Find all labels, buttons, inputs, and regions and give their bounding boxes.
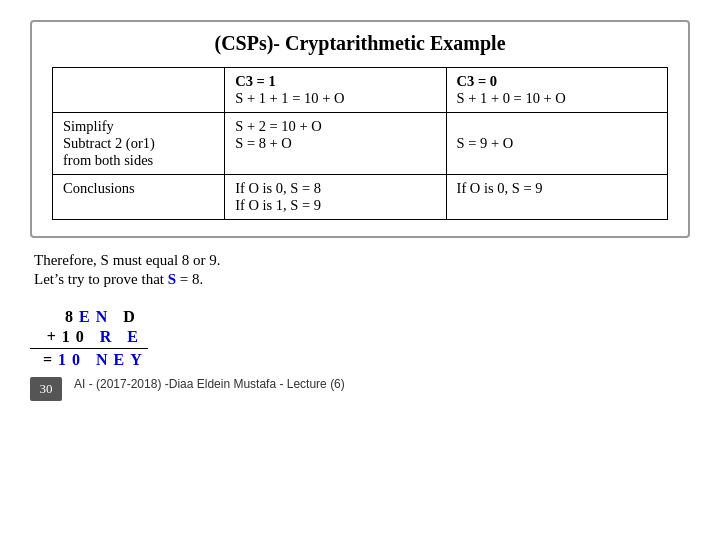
- eq-line3: = 10 NEY: [30, 351, 148, 369]
- eq-1b: 1: [58, 351, 72, 368]
- cell-col1-header: C3 = 1 S + 1 + 1 = 10 + O: [225, 68, 446, 113]
- cell-label-1: Simplify Subtract 2 (or1) from both side…: [53, 113, 225, 175]
- slide-title: (CSPs)- Cryptarithmetic Example: [52, 32, 668, 55]
- col1-header-text: C3 = 1: [235, 73, 275, 89]
- eq-line1: 8EN D: [30, 308, 148, 326]
- below-line2: Let’s try to prove that S = 8.: [34, 271, 221, 288]
- col2-subtract: S = 9 + O: [457, 135, 514, 151]
- col1-row0-text: S + 1 + 1 = 10 + O: [235, 90, 344, 106]
- label-conclusions: Conclusions: [63, 180, 135, 196]
- label-simplify: Simplify: [63, 118, 114, 134]
- eq-N2: N: [96, 351, 114, 368]
- eq-sym-2: +: [34, 328, 56, 346]
- slide-container: (CSPs)- Cryptarithmetic Example C3 = 1 S…: [30, 20, 690, 238]
- eq-sym-3: =: [30, 351, 52, 369]
- label-from: from both sides: [63, 152, 153, 168]
- cell-label-conclusions: Conclusions: [53, 175, 225, 220]
- footer-text: AI - (2017-2018) -Diaa Eldein Mustafa - …: [74, 377, 345, 391]
- below-line1: Therefore, S must equal 8 or 9.: [34, 252, 221, 269]
- s-highlight: S: [168, 271, 176, 287]
- col2-concl: If O is 0, S = 9: [457, 180, 543, 196]
- eq-E1: E: [79, 308, 96, 325]
- eq-D: D: [123, 308, 141, 325]
- equation-block: 8EN D + 10 R E = 10 NEY: [30, 308, 148, 371]
- cell-label-0: [53, 68, 225, 113]
- col1-subtract: S = 8 + O: [235, 135, 292, 151]
- eq-1: 1: [62, 328, 76, 345]
- eq-8: 8: [65, 308, 79, 325]
- eq-E2: E: [127, 328, 144, 345]
- table-row: C3 = 1 S + 1 + 1 = 10 + O C3 = 0 S + 1 +…: [53, 68, 668, 113]
- eq-E3: E: [114, 351, 131, 368]
- eq-word-2: 10 R E: [62, 328, 144, 346]
- eq-0: 0: [76, 328, 90, 345]
- cell-col1-conclusions: If O is 0, S = 8 If O is 1, S = 9: [225, 175, 446, 220]
- label-subtract: Subtract 2 (or1): [63, 135, 155, 151]
- col1-concl-line1: If O is 0, S = 8: [235, 180, 321, 196]
- col2-header-text: C3 = 0: [457, 73, 497, 89]
- table-row: Simplify Subtract 2 (or1) from both side…: [53, 113, 668, 175]
- page-badge: 30: [30, 377, 62, 401]
- cell-col2-header: C3 = 0 S + 1 + 0 = 10 + O: [446, 68, 667, 113]
- main-table: C3 = 1 S + 1 + 1 = 10 + O C3 = 0 S + 1 +…: [52, 67, 668, 220]
- eq-0b: 0: [72, 351, 86, 368]
- table-row: Conclusions If O is 0, S = 8 If O is 1, …: [53, 175, 668, 220]
- eq-N1: N: [96, 308, 114, 325]
- cell-col2-conclusions: If O is 0, S = 9: [446, 175, 667, 220]
- footer-row: 30 AI - (2017-2018) -Diaa Eldein Mustafa…: [30, 377, 345, 401]
- col1-concl-line2: If O is 1, S = 9: [235, 197, 321, 213]
- eq-word-3: 10 NEY: [58, 351, 148, 369]
- cell-col1-row1: S + 2 = 10 + O S = 8 + O: [225, 113, 446, 175]
- eq-word-1: 8EN D: [65, 308, 141, 326]
- cell-col2-row1: S = 9 + O: [446, 113, 667, 175]
- col2-row0-text: S + 1 + 0 = 10 + O: [457, 90, 566, 106]
- eq-line2: + 10 R E: [30, 328, 148, 349]
- eq-Y: Y: [130, 351, 148, 368]
- eq-sym-1: [37, 308, 59, 326]
- eq-R: R: [100, 328, 118, 345]
- col1-simplify: S + 2 = 10 + O: [235, 118, 322, 134]
- below-table: Therefore, S must equal 8 or 9. Let’s tr…: [30, 252, 221, 290]
